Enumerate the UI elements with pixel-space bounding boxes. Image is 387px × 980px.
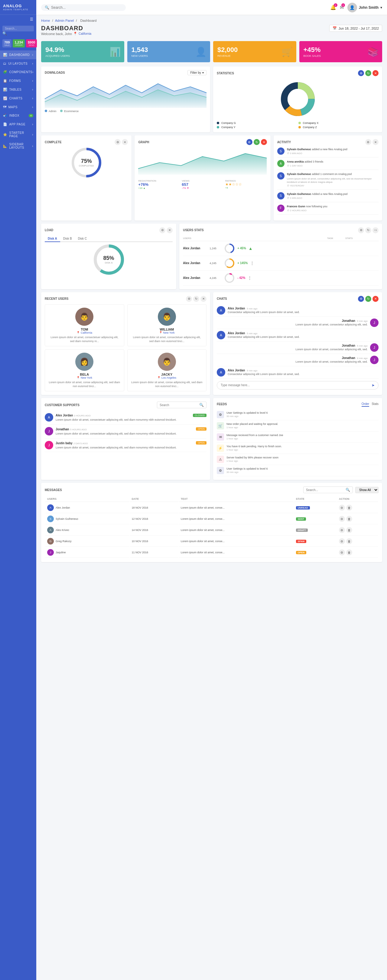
messages-button[interactable]: ✉ 3 [340,5,344,10]
users-stats-expand-button[interactable]: ⋮ [248,275,252,280]
activity-item: F Frances Gunn now following you ⏱ 2 HOU… [277,205,379,215]
msg-settings-button[interactable]: ⚙ [339,538,345,544]
send-icon[interactable]: ➤ [371,383,374,387]
notification-bell-button[interactable]: 🔔 2 [330,5,336,10]
tab-disk-a[interactable]: Disk A [45,236,60,242]
feed-item: ⚙ User Settings is updated to level 6 30… [217,409,379,420]
tab-disk-c[interactable]: Disk C [75,236,90,242]
user-card-name: BELA [48,372,121,376]
customer-support-search-input[interactable] [160,403,198,407]
chats-action-button-2[interactable]: ↻ [365,296,371,302]
statistics-refresh-button[interactable]: ↻ [365,70,371,76]
nav-arrow-icon: › [32,70,33,74]
users-stats-refresh-button[interactable]: ↻ [365,227,371,233]
feeds-tab-order[interactable]: Order [362,402,369,407]
header-search-container[interactable]: 🔍 [41,4,126,11]
stat-card-new-users-label: NEW USERS [132,54,206,57]
users-stats-settings-button[interactable]: ⚙ [358,227,364,233]
activity-card: ACTIVITY ⚙ ✕ S Sylvain Guiheneuc added a… [274,135,382,221]
chat-input-container[interactable]: ➤ [217,381,379,390]
complete-settings-button[interactable]: ⚙ [115,139,121,145]
load-label: DISK A [104,261,114,264]
load-card-header: LOAD ⚙ ✕ [45,227,173,233]
sidebar-search[interactable]: 🔍 [0,24,36,37]
reg-stat-ratings: RATINGS ★★☆☆☆ +4 [225,180,267,189]
user-menu-button[interactable]: 👤 John Smith ▾ [347,3,382,13]
downloads-legend: Admin Ecommerce [45,110,207,113]
recent-users-title: RECENT USERS [45,297,68,301]
stat-card-book-sales-label: BOOK SALES [304,54,378,57]
msg-settings-button[interactable]: ⚙ [339,549,345,555]
forms-icon: 📋 [3,79,8,83]
chats-action-button-3[interactable]: ✕ [373,296,379,302]
downloads-legend-admin: Admin [45,110,57,113]
statistics-settings-button[interactable]: ⚙ [358,70,364,76]
user-avatar: 👤 [347,3,357,13]
msg-delete-button[interactable]: 🗑 [346,527,352,533]
messages-search-input[interactable] [306,488,344,492]
msg-delete-button[interactable]: 🗑 [346,505,352,511]
sidebar-search-input[interactable] [2,26,34,32]
msg-state-badge: DRAFT [296,528,308,532]
users-stats-expand-button[interactable]: ▲ [248,246,253,251]
users-stats-add-button[interactable]: +1 [373,227,379,233]
msg-settings-button[interactable]: ⚙ [339,527,345,533]
messages-search[interactable]: 🔍 [303,487,353,493]
graph-close-button[interactable]: ✕ [261,139,267,145]
user-card-location: 📍 Los Angeles [131,376,204,379]
sidebar-item-tables[interactable]: 📊 TABLES › [0,85,36,94]
search-icon: 🔍 [45,5,49,10]
main-content: 🔍 🔔 2 ✉ 3 👤 John Smith ▾ Home / Admin P [36,0,387,980]
recent-users-refresh-button[interactable]: ↻ [193,296,199,302]
breadcrumb-admin-panel[interactable]: Admin Panel [55,19,74,22]
sidebar-stat-order: 1,234 ORDER [13,39,25,48]
sidebar-item-charts[interactable]: 📈 CHARTS › [0,94,36,103]
sidebar-item-starter-page[interactable]: ⭐ STARTER PAGE › [0,129,36,140]
load-settings-button[interactable]: ⚙ [159,227,166,233]
chat-message-input[interactable] [221,383,371,387]
downloads-filter-button[interactable]: Filter by ▾ [188,70,207,75]
activity-settings-button[interactable]: ⚙ [365,139,371,145]
nav-arrow-icon: › [32,145,33,148]
statistics-close-button[interactable]: ✕ [373,70,379,76]
activity-close-button[interactable]: ✕ [373,139,379,145]
sidebar-item-dashboard[interactable]: 📊 DASHBOARD › [0,51,36,59]
msg-avatar: A [47,504,54,511]
recent-users-close-button[interactable]: ✕ [201,296,207,302]
tab-disk-b[interactable]: Disk B [60,236,75,242]
sidebar-item-sidebar-layouts[interactable]: 📐 SIDEBAR LAYOUTS › [0,140,36,152]
customer-support-search[interactable]: 🔍 [157,402,207,408]
feeds-tab-stats[interactable]: Stats [371,402,379,407]
users-stats-expand-button[interactable]: ⋮ [250,261,254,266]
messages-filter-select[interactable]: Show All [355,487,379,493]
load-donut: 85% DISK A [45,245,173,275]
chat-item: A Alex Jordan9 min ago Consectetur adipi… [217,366,379,379]
breadcrumb-home[interactable]: Home [41,19,50,22]
sidebar-item-inbox[interactable]: 📬 INBOX 4 [0,111,36,120]
complete-close-button[interactable]: ✕ [122,139,128,145]
activity-avatar: S [277,148,285,155]
hamburger-button[interactable]: ☰ [0,15,36,24]
sidebar-item-ui-layouts[interactable]: 🗂 UI LAYOUTS › [0,59,36,68]
chat-avatar: A [217,368,225,377]
msg-settings-button[interactable]: ⚙ [339,505,345,511]
sidebar-item-components[interactable]: 🧩 COMPONENTS › [0,68,36,76]
legend-company-y: Company Y [217,126,297,129]
col-date: DATE [130,496,178,502]
chats-action-button-1[interactable]: ⚙ [358,296,364,302]
msg-settings-button[interactable]: ⚙ [339,516,345,522]
recent-users-settings-button[interactable]: ⚙ [186,296,192,302]
sidebar-item-starter-page-label: STARTER PAGE [10,131,32,138]
graph-settings-button[interactable]: ⚙ [247,139,252,145]
header-search-input[interactable] [51,5,122,10]
load-close-button[interactable]: ✕ [167,227,173,233]
msg-delete-button[interactable]: 🗑 [346,538,352,544]
graph-refresh-button[interactable]: ↻ [254,139,260,145]
date-range-filter[interactable]: 📅 Jun 18, 2022 - Jul 17, 2022 [329,25,382,32]
msg-delete-button[interactable]: 🗑 [346,516,352,522]
msg-delete-button[interactable]: 🗑 [346,549,352,555]
sidebar-item-forms[interactable]: 📋 FORMS › [0,76,36,85]
sidebar-item-app-page[interactable]: 📄 APP PAGE › [0,120,36,129]
sidebar-item-maps[interactable]: 🗺 MAPS › [0,103,36,111]
graph-chart [138,148,267,178]
